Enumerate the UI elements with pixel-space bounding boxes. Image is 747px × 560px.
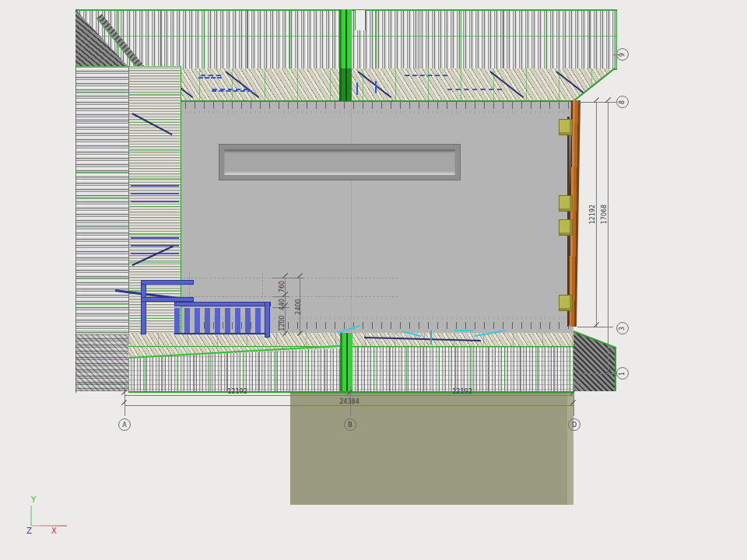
stair-treads[interactable] — [174, 308, 266, 334]
tick-labels-top — [185, 110, 572, 114]
grid-bubble-right-8[interactable]: 8 — [616, 96, 629, 108]
girt-clip-yellow[interactable] — [559, 119, 573, 135]
wall-brace — [132, 113, 173, 135]
roof-pit-recess[interactable] — [219, 144, 461, 180]
grid-bubble-label: 3 — [619, 326, 626, 330]
ext-line — [272, 278, 303, 278]
ext-line — [577, 373, 615, 374]
girt-blue — [131, 185, 179, 187]
grid-bubble-label: D — [572, 422, 577, 429]
grid-bubble-d[interactable]: D — [568, 418, 580, 431]
roof-brace — [225, 71, 259, 98]
grid-bubble-right-9[interactable]: 9 — [616, 48, 629, 61]
girt-clip-yellow[interactable] — [559, 195, 573, 212]
dim-text-span-right[interactable]: 12192 — [439, 388, 486, 395]
wall-brace — [132, 246, 174, 266]
axis-x-line — [30, 525, 67, 527]
stair-rail-top — [141, 280, 194, 285]
dim-text-stair-2400[interactable]: 2400 — [295, 296, 302, 318]
axis-y-label: Y — [31, 495, 36, 504]
dim-line-right-outer[interactable] — [608, 102, 608, 373]
top-wall-opening — [355, 10, 366, 30]
dim-text-stair-440[interactable]: 440 — [279, 296, 286, 314]
dim-line-right-inner[interactable] — [596, 102, 597, 327]
dim-line-bottom-spans[interactable] — [124, 395, 573, 396]
grid-bubble-label: 9 — [619, 52, 626, 56]
purlin-mark — [375, 81, 377, 93]
purlin-mark — [447, 89, 502, 90]
axis-tripod-icon: Y Z X — [23, 494, 78, 537]
grid-line-b-faint — [351, 103, 352, 333]
roof-pit-inner — [224, 149, 455, 175]
axis-z-label: Z — [26, 527, 32, 535]
purlin-mark — [405, 75, 447, 76]
cad-3d-viewport[interactable]: 12192 12192 24384 A B D 12192 17068 9 8 … — [0, 0, 747, 560]
deck-brace-cyan — [454, 330, 473, 331]
roof-brace — [489, 71, 524, 98]
dim-text-right-outer[interactable]: 17068 — [601, 201, 608, 228]
corner-shadow-bottom-left — [75, 334, 128, 391]
axis-y-line — [30, 506, 32, 525]
roof-edge-line — [170, 100, 573, 102]
column-grid-b-bottom[interactable] — [340, 333, 352, 391]
dim-text-right-inner[interactable]: 12192 — [589, 201, 596, 228]
stair-stringer — [174, 302, 271, 306]
dim-text-stair-1200[interactable]: 1200 — [279, 313, 286, 334]
roof-brace — [556, 71, 590, 98]
girt-blue — [131, 201, 179, 202]
purlin-mark — [201, 75, 221, 76]
ext-line — [577, 102, 616, 103]
grid-bubble-label: 8 — [619, 100, 626, 103]
ground-slab[interactable] — [290, 393, 573, 505]
girt-clip-yellow[interactable] — [559, 295, 573, 311]
grid-bubble-a[interactable]: A — [118, 418, 131, 431]
deck-post-teal — [430, 331, 432, 345]
grid-bubble-right-1[interactable]: 1 — [616, 367, 629, 380]
dim-line-bottom-total[interactable] — [124, 405, 573, 406]
column-grid-b-top-shade — [339, 68, 352, 101]
girt-blue — [131, 237, 179, 239]
corner-edge-line — [615, 348, 616, 391]
axis-x-label: X — [51, 527, 57, 535]
dim-text-stair-760[interactable]: 760 — [279, 278, 286, 296]
purlin-mark — [212, 90, 252, 92]
girt-blue — [131, 193, 179, 194]
dim-text-total[interactable]: 24384 — [326, 398, 373, 405]
grid-bubble-right-3[interactable]: 3 — [616, 322, 629, 334]
stair[interactable] — [113, 276, 272, 338]
grid-bubble-label: B — [348, 422, 352, 429]
grid-bubble-label: 1 — [619, 371, 626, 375]
grid-bubble-b[interactable]: B — [344, 418, 356, 431]
purlin-mark — [356, 82, 358, 95]
stair-post-left — [141, 282, 146, 334]
anchor-ticks-top — [185, 102, 572, 109]
dim-text-span-left[interactable]: 12192 — [214, 388, 261, 395]
purlin-mark — [198, 77, 222, 79]
grid-bubble-label: A — [122, 422, 126, 429]
girt-clip-yellow[interactable] — [559, 219, 573, 236]
